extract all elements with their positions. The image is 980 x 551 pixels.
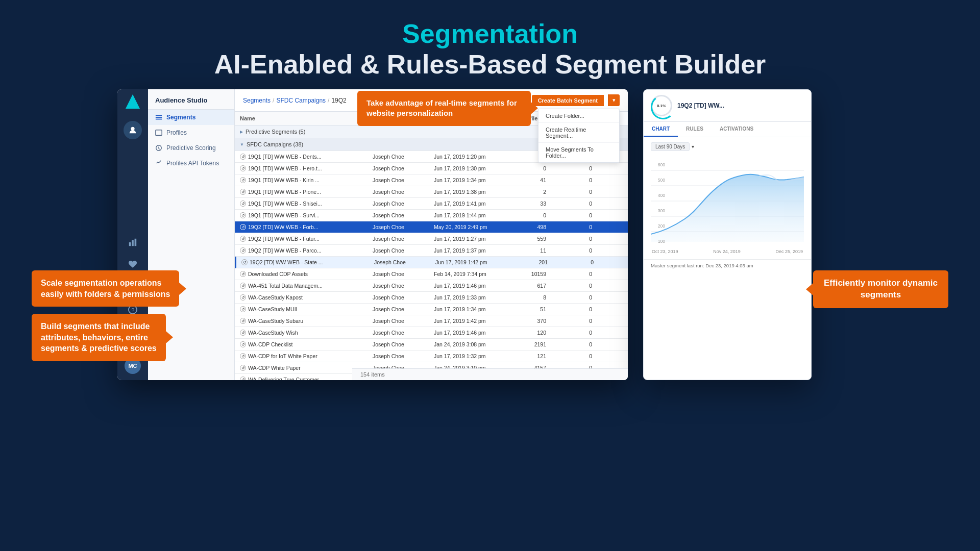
segment-refresh-icon: ↺: [240, 353, 246, 359]
chart-x-labels: Oct 23, 2019 Nov 24, 2019 Dec 25, 2019: [651, 249, 804, 254]
callout-monitor: Efficiently monitor dynamic segments: [813, 270, 948, 308]
callout-attributes: Build segments that includeattributes, b…: [32, 314, 166, 361]
table-row[interactable]: ↺ WA-CaseStudy Wish Joseph Choe Jun 17, …: [235, 327, 628, 339]
table-row[interactable]: ↺ 19Q2 [TD] WW WEB - Parco... Joseph Cho…: [235, 245, 628, 257]
create-dropdown-menu: Create Folder... Create Realtime Segment…: [538, 109, 620, 163]
svg-rect-10: [156, 130, 162, 136]
table-row[interactable]: ↺ WA-CaseStudy MUII Joseph Choe Jun 17, …: [235, 304, 628, 315]
table-row[interactable]: ↺ 19Q1 [TD] WW WEB - Survi... Joseph Cho…: [235, 210, 628, 221]
create-batch-dropdown-button[interactable]: ▾: [608, 94, 620, 106]
create-batch-button[interactable]: Create Batch Segment: [532, 95, 604, 106]
tab-chart[interactable]: CHART: [644, 122, 678, 137]
left-nav-header: Audience Studio: [148, 89, 234, 110]
svg-rect-3: [135, 239, 137, 246]
segment-refresh-icon: ↺: [240, 154, 246, 160]
dropdown-move-segments[interactable]: Move Segments To Folder...: [538, 143, 619, 162]
segment-refresh-icon: ↺: [240, 201, 246, 207]
callout-folders: Scale segmentation operationseasily with…: [32, 270, 179, 307]
table-row[interactable]: ↺ 19Q1 [TD] WW WEB - Hero.t... Joseph Ch…: [235, 163, 628, 174]
segment-refresh-icon: ↺: [240, 365, 246, 371]
tab-activations[interactable]: ACTIVATIONS: [712, 122, 762, 137]
col-name: Name: [235, 112, 368, 125]
tab-rules[interactable]: RULES: [678, 122, 712, 137]
breadcrumb: Segments / SFDC Campaigns / 19Q2: [243, 97, 347, 104]
svg-point-0: [131, 127, 134, 131]
svg-rect-2: [132, 240, 134, 246]
svg-rect-7: [156, 115, 162, 116]
chart-filter: Last 90 Days ▾: [651, 142, 804, 151]
segment-refresh-icon: ↺: [240, 224, 246, 230]
segment-refresh-icon: ↺: [240, 330, 246, 336]
table-row[interactable]: ↺ WA-CDP Checklist Joseph Choe Jan 24, 2…: [235, 339, 628, 350]
left-nav-profiles[interactable]: Profiles: [148, 125, 234, 140]
dropdown-create-realtime[interactable]: Create Realtime Segment...: [538, 123, 619, 143]
svg-rect-8: [156, 117, 162, 118]
chart-filter-button[interactable]: Last 90 Days: [651, 142, 690, 151]
table-row[interactable]: ↺ 19Q2 [TD] WW WEB - State ... Joseph Ch…: [235, 257, 628, 268]
screenshot-container: ? MC Audience Studio Segments Profiles P…: [117, 89, 628, 380]
master-segment-note: Master segment last run: Dec 23, 2019 4:…: [644, 259, 811, 271]
segment-refresh-icon: ↺: [240, 271, 246, 277]
table-row[interactable]: ↺ 19Q2 [TD] WW WEB - Futur... Joseph Cho…: [235, 233, 628, 245]
top-bar-right: Create Batch Segment ▾: [532, 94, 620, 106]
breadcrumb-current: 19Q2: [331, 97, 346, 104]
segment-refresh-icon: ↺: [240, 377, 246, 380]
callout-personalization: Take advantage of real-time segments for…: [357, 91, 531, 126]
main-content: Segments / SFDC Campaigns / 19Q2 Create …: [235, 89, 628, 380]
segment-refresh-icon: ↺: [240, 318, 246, 324]
left-nav-predictive-scoring[interactable]: Predictive Scoring: [148, 140, 234, 156]
table-row[interactable]: ↺ 19Q1 [TD] WW WEB - Kirin ... Joseph Ch…: [235, 174, 628, 186]
svg-rect-9: [156, 119, 162, 120]
segment-refresh-icon: ↺: [240, 189, 246, 195]
panel-tabs: CHART RULES ACTIVATIONS: [644, 122, 811, 137]
table-row[interactable]: ↺ WA-451 Total Data Managem... Joseph Ch…: [235, 280, 628, 292]
chart-svg: [651, 155, 804, 247]
table-row[interactable]: ↺ 19Q2 [TD] WW WEB - Forb... Joseph Choe…: [235, 221, 628, 233]
segment-circle: 0.1%: [651, 95, 672, 116]
segment-refresh-icon: ↺: [240, 212, 246, 218]
table-row[interactable]: ↺ Downloaded CDP Assets Joseph Choe Feb …: [235, 268, 628, 280]
segment-refresh-icon: ↺: [240, 177, 246, 183]
page-header: Segmentation AI-Enabled & Rules-Based Se…: [0, 0, 980, 95]
chart-area: Last 90 Days ▾ 600 500 400 300 200 100: [644, 137, 811, 259]
dropdown-create-folder[interactable]: Create Folder...: [538, 109, 619, 123]
table-row[interactable]: ↺ 19Q1 [TD] WW WEB - Pione... Joseph Cho…: [235, 186, 628, 198]
segment-refresh-icon: ↺: [240, 341, 246, 347]
table-row[interactable]: ↺ 19Q1 [TD] WW WEB - Shisei... Joseph Ch…: [235, 198, 628, 210]
segment-refresh-icon: ↺: [240, 165, 246, 171]
table-rows: ↺ 19Q1 [TD] WW WEB - Dents... Joseph Cho…: [235, 151, 628, 380]
segment-refresh-icon: ↺: [240, 294, 246, 300]
left-nav-profiles-api[interactable]: Profiles API Tokens: [148, 156, 234, 171]
left-nav-segments[interactable]: Segments: [148, 110, 234, 125]
segment-refresh-icon: ↺: [241, 259, 248, 265]
right-panel: 0.1% 19Q2 [TD] WW... CHART RULES ACTIVAT…: [643, 89, 812, 380]
table-footer: 154 items: [352, 368, 628, 380]
svg-rect-1: [129, 242, 131, 246]
right-panel-header: 0.1% 19Q2 [TD] WW...: [644, 90, 811, 122]
table-row[interactable]: ↺ WA-CaseStudy Subaru Joseph Choe Jun 17…: [235, 315, 628, 327]
segment-refresh-icon: ↺: [240, 236, 246, 242]
breadcrumb-sfdc[interactable]: SFDC Campaigns: [276, 97, 326, 104]
title-colored: Segmentation: [0, 19, 980, 48]
sidebar-icon-chart[interactable]: [124, 233, 142, 252]
segment-refresh-icon: ↺: [240, 306, 246, 312]
segment-refresh-icon: ↺: [240, 247, 246, 254]
breadcrumb-segments[interactable]: Segments: [243, 97, 271, 104]
app-logo: [126, 94, 140, 109]
table-row[interactable]: ↺ WA-CaseStudy Kapost Joseph Choe Jun 17…: [235, 292, 628, 304]
sidebar-icon-user[interactable]: [124, 121, 142, 139]
panel-title: 19Q2 [TD] WW...: [677, 102, 724, 109]
segment-refresh-icon: ↺: [240, 283, 246, 289]
table-row[interactable]: ↺ WA-CDP for IoT White Paper Joseph Choe…: [235, 350, 628, 362]
y-axis-labels: 600 500 400 300 200 100: [651, 162, 665, 244]
title-main: AI-Enabled & Rules-Based Segment Builder: [0, 48, 980, 80]
svg-text:?: ?: [131, 307, 134, 313]
